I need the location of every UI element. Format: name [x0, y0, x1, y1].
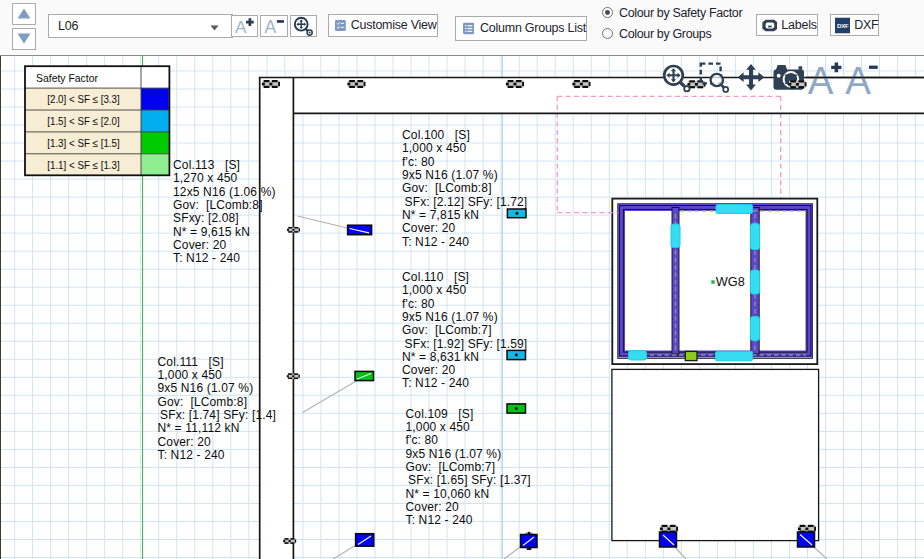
svg-text:1,000 x 450: 1,000 x 450 — [402, 283, 467, 297]
svg-text:Col.110 [S]: Col.110 [S] — [402, 270, 469, 284]
svg-text:9x5 N16 (1.07 %): 9x5 N16 (1.07 %) — [402, 168, 498, 182]
svg-text:T: N12 - 240: T: N12 - 240 — [406, 513, 473, 527]
svg-text:9x5 N16 (1.07 %): 9x5 N16 (1.07 %) — [402, 310, 498, 324]
svg-text:Gov: [LComb:8]: Gov: [LComb:8] — [173, 198, 263, 212]
svg-text:T: N12 - 240: T: N12 - 240 — [158, 448, 225, 462]
svg-text:Col.111 [S]: Col.111 [S] — [158, 355, 224, 369]
svg-text:1,270 x 450: 1,270 x 450 — [173, 171, 238, 185]
svg-text:A: A — [845, 59, 871, 102]
svg-text:[1.3] < SF ≤ [1.5]: [1.3] < SF ≤ [1.5] — [47, 137, 120, 149]
svg-text:N* = 11,112 kN: N* = 11,112 kN — [158, 421, 240, 435]
svg-text:Cover: 20: Cover: 20 — [402, 363, 456, 377]
svg-text:Safety Factor: Safety Factor — [36, 72, 98, 84]
svg-text:A: A — [265, 17, 277, 37]
svg-text:A: A — [808, 59, 834, 102]
svg-text:[1.1] < SF ≤ [1.3]: [1.1] < SF ≤ [1.3] — [47, 159, 120, 171]
svg-text:T: N12 - 240: T: N12 - 240 — [402, 376, 469, 390]
svg-text:Cover: 20: Cover: 20 — [158, 435, 212, 449]
svg-text:9x5 N16 (1.07 %): 9x5 N16 (1.07 %) — [406, 447, 502, 461]
svg-text:12x5 N16 (1.06 %): 12x5 N16 (1.06 %) — [173, 185, 276, 199]
svg-text:1,000 x 450: 1,000 x 450 — [158, 368, 223, 382]
svg-text:f'c: 80: f'c: 80 — [402, 155, 435, 169]
svg-text:Gov: [LComb:8]: Gov: [LComb:8] — [158, 395, 248, 409]
svg-text:DXF: DXF — [837, 22, 849, 29]
svg-text:f'c: 80: f'c: 80 — [402, 297, 435, 311]
svg-text:Cover: 20: Cover: 20 — [173, 238, 227, 252]
svg-text:Gov: [LComb:7]: Gov: [LComb:7] — [402, 323, 492, 337]
svg-text:Col.109 [S]: Col.109 [S] — [406, 407, 474, 421]
svg-text:SFx: [1.92] SFy: [1.59]: SFx: [1.92] SFy: [1.59] — [405, 337, 528, 351]
svg-text:T: N12 - 240: T: N12 - 240 — [173, 251, 240, 265]
svg-text:[2.0] < SF ≤ [3.3]: [2.0] < SF ≤ [3.3] — [47, 93, 120, 105]
svg-text:Gov: [LComb:8]: Gov: [LComb:8] — [402, 181, 492, 195]
svg-text:N* = 10,060 kN: N* = 10,060 kN — [406, 487, 490, 501]
svg-text:N* = 9,615 kN: N* = 9,615 kN — [173, 225, 250, 239]
svg-text:Col.113 [S]: Col.113 [S] — [173, 158, 240, 172]
svg-text:SFx: [1.65] SFy: [1.37]: SFx: [1.65] SFy: [1.37] — [408, 473, 531, 487]
svg-text:WG8: WG8 — [716, 275, 745, 289]
svg-text:Cover: 20: Cover: 20 — [402, 221, 456, 235]
svg-text:Col.100 [S]: Col.100 [S] — [402, 128, 470, 142]
svg-text:f'c: 80: f'c: 80 — [406, 433, 439, 447]
svg-text:SFx: [2.12] SFy: [1.72]: SFx: [2.12] SFy: [1.72] — [405, 195, 528, 209]
svg-text:SFx: [1.74] SFy: [1.4]: SFx: [1.74] SFy: [1.4] — [160, 408, 276, 422]
svg-text:1,000 x 450: 1,000 x 450 — [402, 141, 467, 155]
svg-text:Gov: [LComb:7]: Gov: [LComb:7] — [406, 460, 496, 474]
svg-text:N* = 7,815 kN: N* = 7,815 kN — [402, 208, 479, 222]
svg-text:A: A — [234, 17, 246, 37]
svg-text:[1.5] < SF ≤ [2.0]: [1.5] < SF ≤ [2.0] — [47, 115, 120, 127]
svg-text:T: N12 - 240: T: N12 - 240 — [402, 235, 469, 249]
svg-text:1,000 x 450: 1,000 x 450 — [406, 420, 471, 434]
svg-text:SFxy: [2.08]: SFxy: [2.08] — [173, 211, 239, 225]
svg-text:N* = 8,631 kN: N* = 8,631 kN — [402, 350, 479, 364]
svg-text:Cover: 20: Cover: 20 — [406, 500, 460, 514]
svg-text:9x5 N16 (1.07 %): 9x5 N16 (1.07 %) — [158, 381, 254, 395]
